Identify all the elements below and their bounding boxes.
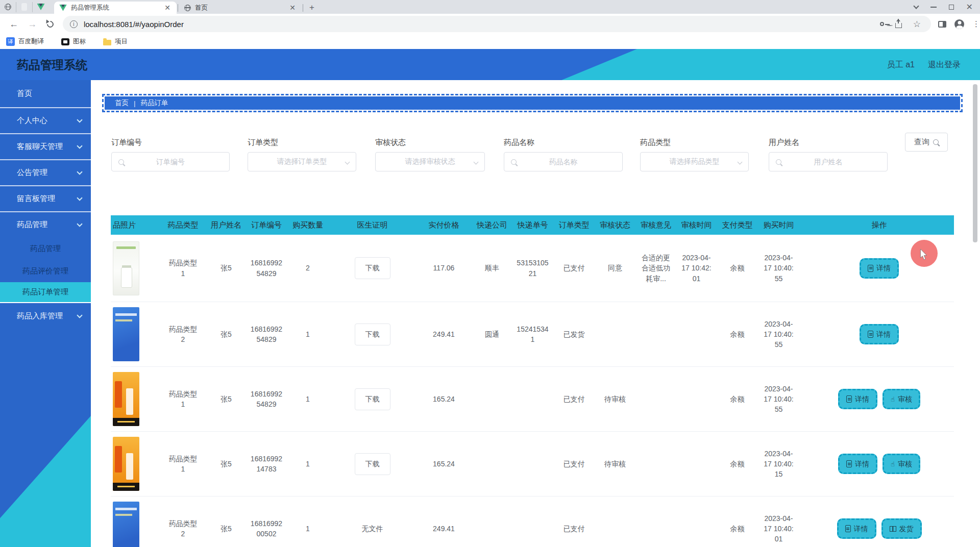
bookmark-baidu-translate[interactable]: 译 百度翻译 <box>6 37 44 46</box>
chevron-down-icon <box>77 312 82 318</box>
product-photo <box>113 437 139 491</box>
col-photo: 品照片 <box>111 219 160 231</box>
window-minimize-button[interactable] <box>930 7 937 8</box>
table-row: 药品类型1 张5 1681699254829 2 下载 117.06 顺丰 53… <box>111 235 954 302</box>
browser-tab-inactive[interactable]: 首页 ✕ <box>179 2 302 14</box>
bookmark-star-icon[interactable]: ☆ <box>913 20 921 29</box>
col-actions: 操作 <box>799 219 959 231</box>
new-tab-button[interactable]: + <box>309 3 314 13</box>
breadcrumb-home[interactable]: 首页 <box>115 98 129 108</box>
audit-button[interactable]: ☝审核 <box>883 389 920 409</box>
sidebar-subitem-drug-order[interactable]: 药品订单管理 <box>0 282 91 303</box>
breadcrumb: 首页 | 药品订单 <box>102 94 963 112</box>
browser-menu-icon[interactable]: ⋮ <box>972 19 980 29</box>
col-price: 实付价格 <box>415 219 472 231</box>
col-doctor-cert: 医生证明 <box>329 219 415 231</box>
table-row: 药品类型1 张5 1681699254829 1 下载 165.24 已支付 待… <box>111 367 954 432</box>
sidebar-item-drug-management[interactable]: 药品管理 <box>0 211 91 237</box>
chevron-down-icon <box>77 221 82 227</box>
share-icon[interactable] <box>895 23 902 28</box>
pinned-tab-globe[interactable] <box>5 2 16 12</box>
page-scrollbar-thumb[interactable] <box>973 84 977 242</box>
app-header: 药品管理系统 员工 a1 退出登录 <box>0 49 980 80</box>
chevron-down-icon <box>77 143 82 148</box>
globe-icon <box>184 5 191 11</box>
browser-tab-active[interactable]: 药品管理系统 ✕ <box>54 2 177 14</box>
logout-link[interactable]: 退出登录 <box>928 59 961 70</box>
detail-button[interactable]: 详情 <box>860 258 899 279</box>
product-photo <box>113 502 139 547</box>
filter-label-user-name: 用户姓名 <box>769 138 799 147</box>
detail-button[interactable]: 详情 <box>838 389 877 409</box>
main-content: 首页 | 药品订单 订单编号 订单类型 请选择订单类型 审核状态 请选择审核状态… <box>91 80 980 547</box>
orders-table: 品照片 药品类型 用户姓名 订单编号 购买数量 医生证明 实付价格 快递公司 快… <box>111 215 954 547</box>
sidebar-item-home[interactable]: 首页 <box>0 80 91 107</box>
image-icon <box>61 38 69 45</box>
download-cert-button[interactable]: 下载 <box>355 453 390 475</box>
detail-button[interactable]: 详情 <box>860 324 899 344</box>
sidebar-item-notice[interactable]: 公告管理 <box>0 159 91 185</box>
download-cert-button[interactable]: 下载 <box>355 324 390 345</box>
sidebar-cyan-decoration <box>0 416 91 547</box>
sidebar-item-message-board[interactable]: 留言板管理 <box>0 185 91 211</box>
order-no-input[interactable] <box>111 152 230 171</box>
filter-label-drug-name: 药品名称 <box>504 138 534 147</box>
download-cert-button[interactable]: 下载 <box>355 257 390 279</box>
col-audit-time: 审核时间 <box>676 219 717 231</box>
drug-name-input[interactable] <box>504 152 623 171</box>
pinned-tab-vue[interactable] <box>38 2 49 12</box>
sidebar-item-personal-center[interactable]: 个人中心 <box>0 107 91 133</box>
drug-type-select[interactable]: 请选择药品类型 <box>640 152 749 171</box>
search-icon <box>776 159 781 165</box>
bookmark-project-folder[interactable]: 项目 <box>103 37 128 46</box>
order-type-select[interactable]: 请选择订单类型 <box>248 152 356 171</box>
sidebar-item-customer-service[interactable]: 客服聊天管理 <box>0 133 91 159</box>
vue-icon <box>37 4 45 10</box>
tab-title: 首页 <box>195 4 284 12</box>
window-close-button[interactable]: ✕ <box>966 3 973 11</box>
bookmarks-bar: 译 百度翻译 图标 项目 <box>0 34 980 49</box>
user-name-input-field[interactable] <box>769 157 887 166</box>
sidebar-item-drug-storage[interactable]: 药品入库管理 <box>0 303 91 329</box>
site-info-icon[interactable]: i <box>70 20 78 28</box>
address-bar[interactable]: i localhost:8081/#/yaopinOrder ☆ <box>63 16 931 32</box>
vue-icon <box>59 5 67 11</box>
chevron-down-icon <box>738 160 743 165</box>
tab-close-icon[interactable]: ✕ <box>163 4 172 12</box>
profile-avatar[interactable] <box>954 19 964 29</box>
back-button[interactable]: ← <box>9 19 18 30</box>
sidebar-subitem-drug-review[interactable]: 药品评价管理 <box>0 260 91 282</box>
sidebar-subitem-drug-management[interactable]: 药品管理 <box>0 237 91 260</box>
sidebar: 首页 个人中心 客服聊天管理 公告管理 留言板管理 药品管理 药品管理 药品评价… <box>0 80 91 547</box>
url-text[interactable]: localhost:8081/#/yaopinOrder <box>84 20 880 29</box>
ship-button[interactable]: 发货 <box>881 518 922 539</box>
detail-button[interactable]: 详情 <box>838 454 877 474</box>
audit-status-select[interactable]: 请选择审核状态 <box>375 152 485 171</box>
user-name-input[interactable] <box>769 152 888 171</box>
audit-button[interactable]: ☝审核 <box>883 454 920 474</box>
pinned-tab-blank[interactable] <box>21 2 33 12</box>
product-photo <box>113 241 139 295</box>
forward-button[interactable]: → <box>28 19 37 30</box>
tab-close-icon[interactable]: ✕ <box>288 4 297 12</box>
bookmark-icons[interactable]: 图标 <box>61 37 86 46</box>
tab-list-chevron-icon[interactable] <box>913 3 919 9</box>
window-restore-button[interactable] <box>949 5 954 10</box>
filter-label-order-no: 订单编号 <box>111 138 142 147</box>
drug-name-input-field[interactable] <box>504 157 622 166</box>
download-cert-button[interactable]: 下载 <box>355 388 390 410</box>
reload-icon[interactable] <box>45 19 55 29</box>
password-key-icon[interactable] <box>880 22 884 26</box>
order-no-input-field[interactable] <box>112 157 229 166</box>
document-icon <box>868 265 873 272</box>
side-panel-icon[interactable] <box>938 21 946 28</box>
breadcrumb-separator: | <box>134 100 136 107</box>
col-user-name: 用户姓名 <box>206 219 247 231</box>
search-button[interactable]: 查询 <box>905 133 948 152</box>
detail-button[interactable]: 详情 <box>837 518 876 539</box>
pinned-tabs <box>0 2 54 12</box>
col-pay-type: 支付类型 <box>717 219 758 231</box>
chevron-down-icon <box>345 160 350 165</box>
col-drug-type: 药品类型 <box>160 219 206 231</box>
tab-separator <box>303 4 303 12</box>
